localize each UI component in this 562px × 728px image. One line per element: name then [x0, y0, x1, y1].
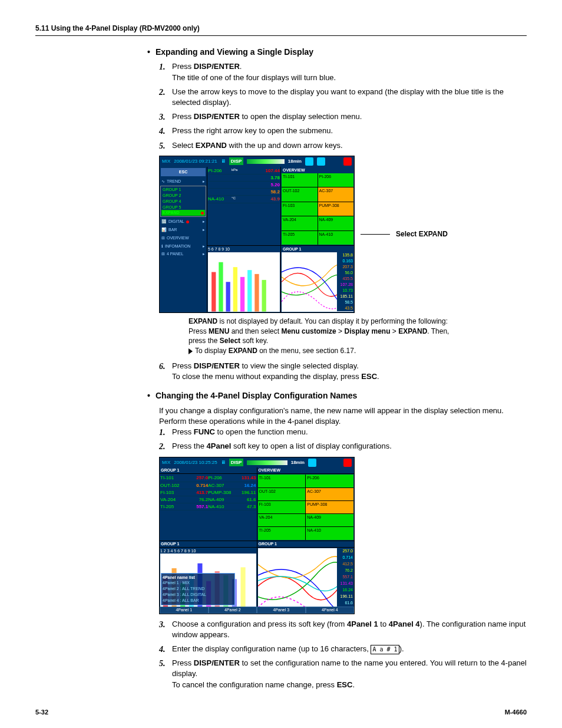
svg-rect-3 [233, 267, 237, 311]
step-a6: 6. Press DISP/ENTER to view the single s… [159, 361, 527, 382]
mi[interactable]: GROUP 4 [161, 199, 205, 205]
overview-cell[interactable]: TI-101 [258, 475, 306, 487]
overview-cell[interactable]: TI-205 [282, 231, 318, 245]
t: The title of one of the four displays wi… [172, 73, 336, 82]
svg-rect-0 [211, 272, 216, 312]
overview-cell[interactable]: PI-206 [306, 475, 353, 487]
overview-cell[interactable]: NA-409 [318, 216, 354, 230]
menu-item[interactable]: 4Panel 1 : MIX [163, 580, 233, 586]
fig2-titlebar: MIX 2008/01/23 10:25:25 🖥 DISP 18min [160, 457, 354, 468]
figure-1-note: EXPAND is not displayed by default. You … [189, 317, 465, 356]
section-b-intro: If you change a display configuration's … [159, 406, 527, 427]
menu-title: 4Panel name list [163, 575, 233, 581]
ov-title: OVERVIEW [282, 167, 353, 173]
softkey[interactable]: 4Panel 4 [306, 607, 355, 614]
menu-item[interactable]: 4Panel 2 : ALL TREND [163, 586, 233, 592]
char-mode-box: A a # 1 [371, 645, 399, 654]
overview-cell[interactable]: AC-307 [306, 488, 353, 500]
t: GROUP 1 [257, 541, 355, 547]
section-a-steps-2: 6. Press DISP/ENTER to view the single s… [159, 361, 527, 382]
overview-cell[interactable]: NA-410 [306, 527, 353, 539]
t: with the up and down arrow keys. [227, 141, 343, 150]
t: Press the right arrow key to open the su… [172, 126, 333, 135]
t: Use the arrow keys to move to the displa… [172, 87, 504, 107]
menu-item[interactable]: 4Panel 4 : ALL BAR [163, 598, 233, 604]
fig-timestamp: 2008/01/23 09:21:21 [174, 158, 217, 164]
t: to view the single selected display. [240, 361, 359, 370]
record-icon [343, 157, 352, 166]
t: If you change a display configuration's … [159, 406, 527, 416]
t: Select [172, 141, 196, 150]
sb-info[interactable]: ℹINFOMATION▸ [160, 242, 207, 251]
fig-disp: DISP [229, 157, 244, 165]
t: EXPAND [196, 141, 227, 150]
page-header: 5.11 Using the 4-Panel Display (RD-MV200… [35, 24, 527, 36]
section-a-title: •Expanding and Viewing a Single Display [147, 47, 527, 58]
overview-cell[interactable]: NA-410 [318, 231, 354, 245]
overview-cell[interactable]: AC-307 [318, 187, 354, 202]
fig-mix: MIX [162, 158, 170, 164]
fig1-overview-pane: OVERVIEW TI-101PI-206OUT-102AC-307FI-103… [281, 167, 354, 246]
t: ESC [361, 372, 377, 381]
mi[interactable]: GROUP 5 [161, 205, 205, 210]
section-b-steps-2: 3. Choose a configuration and press its … [159, 619, 527, 690]
softkey[interactable]: 4Panel 3 [257, 607, 306, 614]
menu-item[interactable]: 4Panel 3 : ALL DIGITAL [163, 592, 233, 598]
step-a4: 4. Press the right arrow key to open the… [159, 126, 527, 136]
mi[interactable]: GROUP 2 [161, 193, 205, 199]
sb-digital[interactable]: 🔢DIGITAL▸ [160, 218, 207, 226]
page-number: 5-32 [35, 708, 48, 717]
doc-id: M-4660 [505, 708, 527, 717]
overview-cell[interactable]: FI-103 [258, 501, 306, 513]
overview-cell[interactable]: FI-103 [282, 202, 318, 216]
sb-overview[interactable]: ⊞OVERVIEW [160, 234, 207, 242]
step-b3: 3. Choose a configuration and press its … [159, 619, 527, 640]
fig-min: 18min [288, 158, 302, 164]
fig1-bar-pane: 5 6 7 8 9 10 [207, 246, 280, 312]
fig2-overview-pane: TI-101PI-206OUT-102AC-307FI-103PUMP-308V… [257, 474, 355, 540]
svg-rect-6 [254, 274, 259, 312]
step-a1: 1. Press DISP/ENTER. The title of one of… [159, 61, 527, 83]
sb-trend[interactable]: ∿TREND▸ [160, 177, 207, 186]
overview-cell[interactable]: OUT-102 [258, 488, 306, 500]
step-a5: 5. Select EXPAND with the up and down ar… [159, 140, 527, 151]
fig1-digital-pane: PI-206kPa107.443.785.2058.2NA-410°C43.9 [207, 167, 280, 246]
triangle-icon [189, 348, 193, 354]
fig2-bar-pane: 1 2 3 4 5 6 7 8 9 10 4Panel name list [160, 548, 257, 614]
step-a2: 2. Use the arrow keys to move to the dis… [159, 87, 527, 108]
overview-cell[interactable]: NA-409 [306, 514, 353, 526]
esc-button[interactable]: ESC [161, 168, 206, 176]
svg-rect-7 [262, 280, 266, 312]
group-menu: GROUP 1 GROUP 2 GROUP 4 GROUP 5 EXPAND [160, 186, 206, 217]
overview-cell[interactable]: VA-204 [282, 216, 318, 230]
t: Press [172, 361, 194, 370]
fig1-titlebar: MIX 2008/01/23 09:21:21 🖥 DISP 18min [160, 156, 354, 167]
t: DISP/ENTER [194, 361, 240, 370]
softkey[interactable]: 4Panel 2 [209, 607, 257, 614]
overview-cell[interactable]: PI-206 [318, 173, 354, 187]
overview-cell[interactable]: PUMP-308 [306, 501, 353, 513]
step-b1: 1. Press FUNC to open the function menu. [159, 427, 527, 437]
disk-icon [317, 157, 325, 166]
overview-cell[interactable]: OUT-102 [282, 187, 318, 202]
step-a3: 3. Press DISP/ENTER to open the display … [159, 111, 527, 122]
expand-menu-item[interactable]: EXPAND [161, 210, 205, 216]
fig2-trend-pane: 257.00.714412.576.2557.1131.4316.24196.1… [257, 548, 355, 614]
sb-bar[interactable]: 📊BAR▸ [160, 226, 207, 234]
overview-cell[interactable]: TI-205 [258, 527, 306, 539]
t: OVERVIEW [257, 467, 355, 473]
section-a-steps: 1. Press DISP/ENTER. The title of one of… [159, 61, 527, 150]
overview-cell[interactable]: PUMP-308 [318, 202, 354, 216]
overview-cell[interactable]: VA-204 [258, 514, 306, 526]
figure-2-wrap: MIX 2008/01/23 10:25:25 🖥 DISP 18min GRO… [159, 457, 527, 614]
overview-cell[interactable]: TI-101 [282, 173, 318, 187]
svg-rect-4 [240, 277, 244, 312]
softkey[interactable]: 4Panel 1 [160, 607, 209, 614]
mi[interactable]: GROUP 1 [161, 187, 205, 193]
figure-1-wrap: MIX 2008/01/23 09:21:21 🖥 DISP 18min ESC… [159, 156, 527, 356]
svg-rect-2 [226, 282, 230, 311]
callout-line [361, 234, 390, 235]
fig2-digital-pane: TI-101257.0OUT-1020.714FI-103413.7VA-204… [160, 474, 257, 540]
t: GROUP 1 [160, 541, 257, 547]
sb-4panel[interactable]: ⊞4 PANEL▸ [160, 250, 207, 258]
